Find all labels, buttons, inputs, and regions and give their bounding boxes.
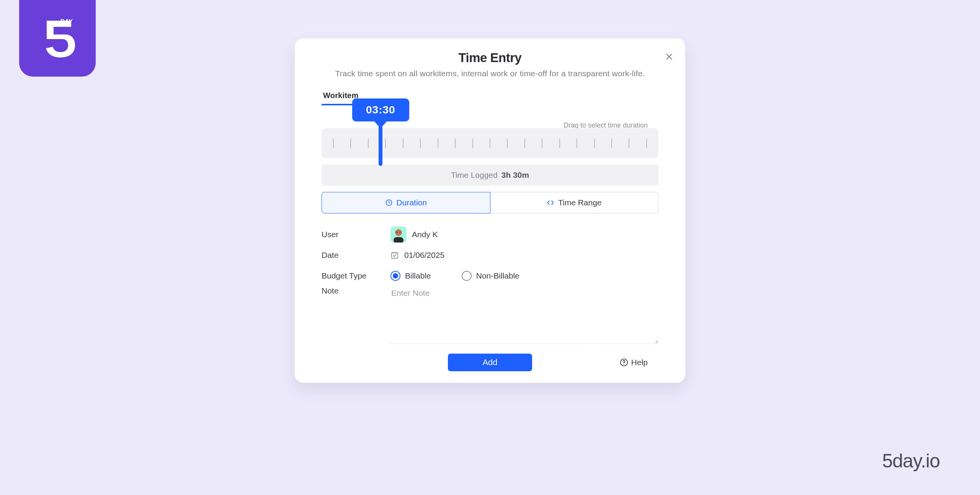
modal-content: Workitem Drag to select time duration 03… [295, 89, 685, 371]
slider-handle[interactable]: 03:30 [352, 98, 409, 166]
toggle-duration[interactable]: Duration [322, 192, 490, 213]
date-row: Date 01/06/2025 [322, 245, 658, 266]
svg-point-1 [395, 229, 402, 236]
toggle-time-range[interactable]: Time Range [490, 192, 659, 213]
clock-icon [385, 199, 393, 207]
duration-slider[interactable]: 03:30 [322, 128, 658, 158]
modal-header: Time Entry Track time spent on all worki… [295, 51, 685, 78]
modal-footer: Add Help [322, 354, 658, 371]
mode-toggle: Duration Time Range [322, 192, 658, 213]
note-label: Note [322, 286, 390, 295]
svg-rect-5 [392, 253, 398, 259]
radio-billable[interactable]: Billable [390, 271, 431, 281]
help-link[interactable]: Help [620, 358, 648, 367]
add-button[interactable]: Add [448, 354, 532, 371]
help-icon [620, 358, 628, 367]
budget-label: Budget Type [322, 271, 390, 280]
time-entry-form: User Andy K Date [322, 224, 658, 344]
brand-logo-badge: DAY [19, 0, 96, 77]
avatar-icon [390, 226, 407, 243]
slider-value-badge: 03:30 [352, 98, 409, 121]
note-row: Note [322, 286, 658, 344]
svg-rect-2 [394, 237, 403, 243]
budget-row: Budget Type Billable Non-Billable [322, 266, 658, 286]
note-input[interactable] [390, 286, 658, 344]
svg-point-3 [396, 231, 397, 233]
date-label: Date [322, 251, 390, 260]
modal-subtitle: Track time spent on all workitems, inter… [310, 69, 670, 78]
budget-options: Billable Non-Billable [390, 271, 658, 281]
svg-point-4 [399, 231, 400, 233]
five-day-logo-icon: DAY [34, 15, 80, 61]
brand-footer-text: 5day.io [882, 450, 940, 472]
time-logged-value: 3h 30m [501, 170, 529, 180]
time-logged-label: Time Logged [451, 170, 498, 180]
user-row: User Andy K [322, 224, 658, 245]
radio-billable-label: Billable [405, 271, 431, 280]
user-name: Andy K [412, 230, 438, 239]
time-logged-bar: Time Logged 3h 30m [322, 164, 658, 186]
time-entry-modal: Time Entry Track time spent on all worki… [295, 38, 685, 383]
radio-non-billable[interactable]: Non-Billable [462, 271, 519, 281]
range-icon [547, 199, 554, 207]
close-button[interactable] [662, 50, 676, 64]
calendar-check-icon [390, 251, 399, 259]
user-label: User [322, 230, 390, 239]
user-avatar [390, 226, 407, 243]
date-value[interactable]: 01/06/2025 [390, 251, 658, 260]
modal-title: Time Entry [310, 51, 670, 65]
date-text: 01/06/2025 [404, 251, 444, 260]
radio-non-billable-label: Non-Billable [476, 271, 519, 280]
user-value[interactable]: Andy K [390, 226, 658, 243]
radio-dot-icon [462, 271, 472, 281]
close-icon [665, 52, 673, 61]
svg-point-7 [624, 364, 624, 365]
help-label: Help [631, 358, 648, 367]
logo-day-text: DAY [60, 18, 73, 25]
toggle-duration-label: Duration [397, 198, 427, 207]
toggle-time-range-label: Time Range [558, 198, 602, 207]
radio-dot-icon [390, 271, 400, 281]
